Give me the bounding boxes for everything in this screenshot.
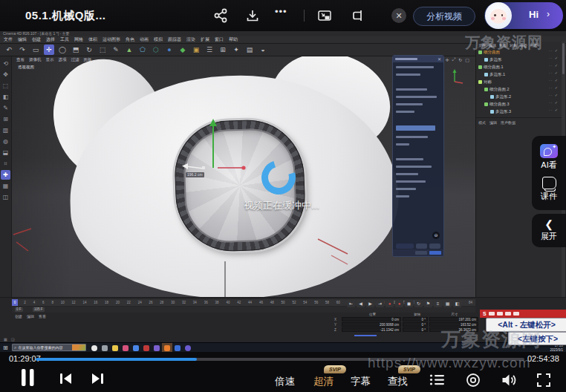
coordinate-value[interactable]: 163.52 cm [429,322,478,327]
c4d-tool-icon[interactable]: ↻ [84,45,94,55]
transport-button[interactable]: ◧ [453,300,461,307]
c4d-tool-icon[interactable]: ⬡ [151,45,161,55]
c4d-tool-icon[interactable]: ▣ [191,45,201,55]
expand-button[interactable]: ❮ 展开 [532,214,566,247]
c4d-menu-item[interactable]: 渲染 [186,36,195,43]
object-toggles[interactable]: ·· ✓ [549,71,559,75]
dialog-input[interactable] [396,244,414,249]
download-icon[interactable] [245,8,260,23]
courseware-button[interactable]: 课件 [541,177,557,202]
c4d-menu-item[interactable]: 帮助 [229,36,238,43]
transport-button[interactable]: ● [386,300,394,307]
object-toggles[interactable]: ·· ✓ [549,108,559,112]
quality-button[interactable]: 超清 [313,375,334,388]
c4d-tool-icon[interactable]: ▲ [124,45,134,55]
c4d-side-tool-icon[interactable]: ◧ [1,92,10,102]
c4d-tool-icon[interactable]: ↷ [17,45,27,55]
c4d-side-tool-icon[interactable]: ✚ [1,170,10,180]
transport-button[interactable]: ▦ [443,300,452,307]
object-manager-menu-item[interactable]: 书签 [530,43,538,48]
object-tree-row[interactable]: 细分曲面.1·· ✓ [476,63,562,71]
coordinate-value[interactable]: -21.1342 cm [342,327,401,332]
c4d-menu-item[interactable]: 编辑 [18,36,27,43]
fullscreen-icon[interactable] [536,373,551,388]
transport-button[interactable]: ◼ [405,300,413,307]
progress-bar[interactable] [36,358,524,361]
timeline-playhead[interactable]: 0 [12,299,18,306]
range-start-box[interactable]: 0 F [15,307,23,312]
close-icon[interactable]: ✕ [391,8,406,23]
coordinate-value[interactable]: 197.201 cm [429,317,478,321]
object-tree-row[interactable]: 多边形.1·· ✓ [476,71,562,78]
transport-button[interactable]: ▶ [366,300,374,307]
coordinate-value[interactable]: 0 ° [403,327,428,332]
c4d-tool-icon[interactable]: ⬒ [71,45,81,55]
c4d-menu-item[interactable]: 选择 [46,36,55,43]
c4d-menu-item[interactable]: 模拟 [154,36,163,43]
transport-button[interactable]: ↻ [414,300,423,307]
speed-button[interactable]: 倍速 [275,375,295,388]
coordinate-value[interactable]: 0 cm [342,317,401,321]
transport-button[interactable]: ◀ [357,300,365,307]
dialog-button[interactable] [429,244,440,249]
next-button[interactable] [90,372,105,385]
c4d-side-tool-icon[interactable]: ✎ [1,103,10,113]
object-tree-row[interactable]: 细分曲面·· ✓ [476,48,562,56]
playlist-icon[interactable] [429,373,445,386]
c4d-tool-icon[interactable]: ◯ [57,45,68,55]
coordinate-value[interactable]: 0 ° [403,322,428,327]
c4d-menu-item[interactable]: 网格 [74,36,83,43]
record-screen-icon[interactable] [466,373,481,388]
c4d-side-tool-icon[interactable]: ◫ [1,192,10,202]
c4d-menu-item[interactable]: 扩展 [201,36,209,43]
coordinate-value[interactable]: 36.3673 cm [429,327,478,332]
coordinates-slider[interactable] [354,335,377,336]
c4d-menu-item[interactable]: 文件 [4,36,13,43]
screen-cast-icon[interactable] [349,8,364,23]
c4d-tool-icon[interactable]: ▤ [244,45,255,55]
dialog-button[interactable] [416,244,427,249]
pause-button[interactable] [20,368,36,387]
taskbar-search-input[interactable]: ⌕ 在这里输入你要搜索的内容 [12,344,86,351]
c4d-side-tool-icon[interactable]: ⌗ [1,159,10,169]
c4d-tool-icon[interactable]: ⬠ [137,45,148,55]
attribute-tab[interactable]: 编辑 [489,120,497,125]
c4d-menu-item[interactable]: 创建 [32,36,41,43]
transport-button[interactable]: ● [395,300,403,307]
material-menu-item[interactable]: 编辑 [27,314,34,318]
c4d-menu-item[interactable]: 窗口 [215,36,224,43]
object-toggles[interactable]: ·· ✓ [549,93,559,97]
transport-button[interactable]: ⇤ [347,300,355,307]
object-toggles[interactable]: ·· ✓ [549,100,559,105]
object-toggles[interactable]: ·· ✓ [549,56,559,60]
range-end-box[interactable]: 105 F [33,307,45,312]
object-manager-menu-item[interactable]: 对象 [510,43,517,48]
object-tree-row[interactable]: 细分曲面.2·· ✓ [476,85,562,93]
c4d-side-tool-icon[interactable]: ⬚ [1,81,10,91]
c4d-tool-icon[interactable]: ☰ [204,45,215,55]
attribute-tab[interactable]: 模式 [478,120,486,125]
share-icon[interactable] [213,8,228,23]
start-button-icon[interactable]: ⊞ [3,344,8,351]
c4d-menu-item[interactable]: 角色 [126,36,134,43]
object-tree-row[interactable]: 多边形.2·· ✓ [476,93,562,100]
previous-button[interactable] [59,372,74,385]
c4d-menu-item[interactable]: 体积 [88,36,97,43]
object-toggles[interactable]: ·· ✓ [549,63,559,68]
material-menu-item[interactable]: 查看 [39,314,46,318]
object-tree-row[interactable]: 细分曲面.3·· ✓ [476,100,562,108]
c4d-tool-icon[interactable]: ● [164,45,175,55]
c4d-menu-item[interactable]: 运动图形 [103,36,120,43]
dialog-collapse-icon[interactable]: ⊖ [432,232,440,239]
notification-banner[interactable]: S [480,310,566,318]
c4d-tool-icon[interactable]: ✛ [44,45,54,55]
c4d-side-tool-icon[interactable]: ⊞ [1,114,10,124]
c4d-tool-icon[interactable]: ⊞ [218,45,228,55]
analyze-video-button[interactable]: 分析视频 [413,7,475,26]
c4d-side-tool-icon[interactable]: ▥ [1,125,10,135]
object-manager-menu-item[interactable]: 文件 [478,43,486,48]
c4d-tool-icon[interactable]: ✦ [231,45,241,55]
object-toggles[interactable]: ·· ✓ [549,78,559,82]
c4d-menu-item[interactable]: 动画 [140,36,149,43]
transport-button[interactable]: ≡ [434,300,442,307]
